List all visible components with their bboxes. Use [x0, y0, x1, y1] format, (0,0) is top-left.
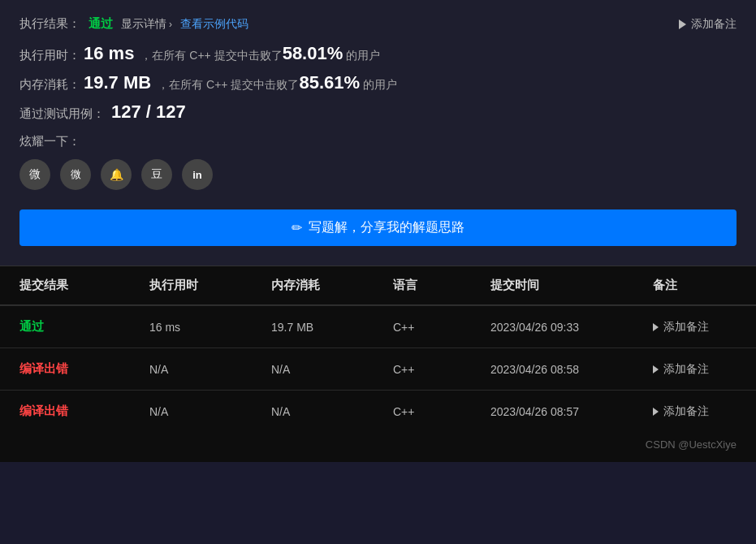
row3-add-note[interactable]: 添加备注 — [653, 404, 737, 419]
row3-memory: N/A — [271, 404, 393, 419]
th-lang: 语言 — [393, 278, 490, 293]
row2-add-note[interactable]: 添加备注 — [653, 361, 737, 377]
social-icons-row: 微 微 🔔 豆 in — [19, 159, 737, 190]
douban-icon[interactable]: 豆 — [141, 159, 172, 190]
write-icon: ✏ — [292, 220, 302, 235]
time-label: 执行用时： — [19, 48, 80, 63]
write-solution-button[interactable]: ✏ 写题解，分享我的解题思路 — [19, 209, 737, 246]
time-unit: 的用户 — [346, 49, 380, 63]
mem-percent: 85.61% — [299, 72, 360, 93]
row1-add-note[interactable]: 添加备注 — [653, 319, 737, 335]
time-desc: ，在所有 C++ 提交中击败了 — [140, 49, 282, 63]
wechat-icon[interactable]: 微 — [19, 159, 50, 190]
row1-submit-time: 2023/04/26 09:33 — [490, 319, 653, 335]
linkedin-icon[interactable]: in — [182, 159, 213, 190]
th-result: 提交结果 — [19, 278, 149, 293]
time-value: 16 ms — [84, 43, 134, 64]
share-label: 炫耀一下： — [19, 134, 737, 149]
table-row: 编译出错 N/A N/A C++ 2023/04/26 08:58 添加备注 — [0, 348, 756, 390]
view-example-link[interactable]: 查看示例代码 — [180, 17, 248, 32]
weibo-icon[interactable]: 微 — [60, 159, 91, 190]
row1-memory: 19.7 MB — [271, 319, 393, 335]
row2-submit-time: 2023/04/26 08:58 — [490, 361, 653, 377]
memory-row: 内存消耗： 19.7 MB ，在所有 C++ 提交中击败了 85.61% 的用户 — [19, 72, 737, 93]
table-row: 编译出错 N/A N/A C++ 2023/04/26 08:57 添加备注 — [0, 390, 756, 432]
bell-icon[interactable]: 🔔 — [101, 159, 132, 190]
play-icon — [679, 19, 686, 29]
play-icon-small — [653, 365, 659, 373]
play-icon-small — [653, 323, 659, 331]
pass-status: 通过 — [89, 16, 113, 32]
th-submit-time: 提交时间 — [490, 278, 653, 293]
test-label: 通过测试用例： — [19, 106, 105, 122]
row2-memory: N/A — [271, 361, 393, 377]
row1-time: 16 ms — [149, 319, 271, 335]
mem-value: 19.7 MB — [84, 72, 151, 93]
row1-lang: C++ — [393, 319, 490, 335]
add-note-button[interactable]: 添加备注 — [679, 17, 737, 32]
mem-desc: ，在所有 C++ 提交中击败了 — [158, 78, 299, 93]
mem-unit: 的用户 — [363, 78, 397, 93]
row2-time: N/A — [149, 361, 271, 377]
time-percent: 58.01% — [283, 43, 343, 64]
mem-label: 内存消耗： — [19, 77, 80, 93]
row2-lang: C++ — [393, 361, 490, 377]
show-details-link[interactable]: 显示详情 › — [121, 17, 172, 32]
submissions-table: 提交结果 执行用时 内存消耗 语言 提交时间 备注 通过 16 ms 19.7 … — [0, 266, 756, 462]
result-left: 执行结果： 通过 显示详情 › 查看示例代码 — [19, 16, 248, 32]
row1-status[interactable]: 通过 — [19, 319, 149, 335]
table-header: 提交结果 执行用时 内存消耗 语言 提交时间 备注 — [0, 266, 756, 305]
write-label: 写题解，分享我的解题思路 — [309, 219, 464, 236]
execution-time-row: 执行用时： 16 ms ，在所有 C++ 提交中击败了 58.01% 的用户 — [19, 43, 737, 64]
test-cases-row: 通过测试用例： 127 / 127 — [19, 101, 737, 123]
row3-status[interactable]: 编译出错 — [19, 404, 149, 419]
th-memory: 内存消耗 — [271, 278, 393, 293]
execution-label: 执行结果： — [19, 16, 80, 32]
footer-credit: CSDN @UestcXiye — [0, 432, 756, 454]
row3-submit-time: 2023/04/26 08:57 — [490, 404, 653, 419]
row2-status[interactable]: 编译出错 — [19, 361, 149, 377]
row3-lang: C++ — [393, 404, 490, 419]
play-icon-small — [653, 408, 659, 416]
th-time: 执行用时 — [149, 278, 271, 293]
th-note: 备注 — [653, 278, 737, 293]
row3-time: N/A — [149, 404, 271, 419]
table-row: 通过 16 ms 19.7 MB C++ 2023/04/26 09:33 添加… — [0, 305, 756, 348]
execution-result-row: 执行结果： 通过 显示详情 › 查看示例代码 添加备注 — [19, 16, 737, 32]
top-panel: 执行结果： 通过 显示详情 › 查看示例代码 添加备注 执行用时： 16 ms … — [0, 0, 756, 266]
test-value: 127 / 127 — [111, 101, 186, 123]
